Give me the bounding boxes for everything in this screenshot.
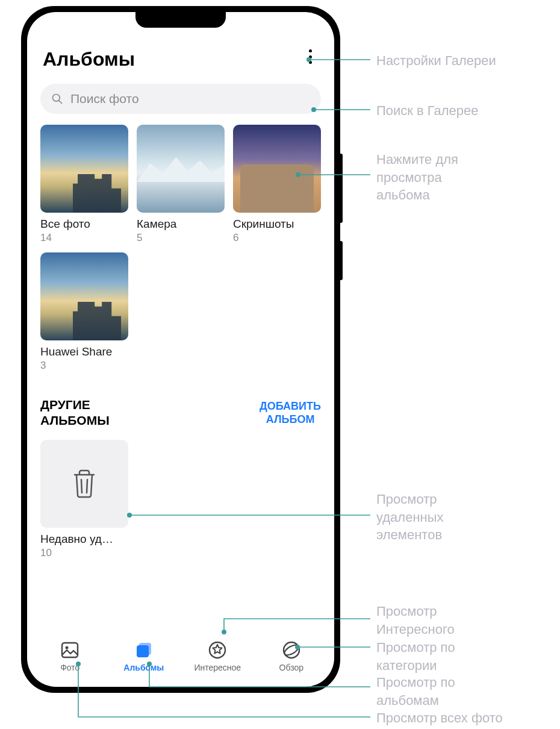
- search-placeholder: Поиск фото: [70, 92, 139, 106]
- callout-settings: Настройки Галереи: [376, 52, 496, 70]
- moments-icon: [207, 640, 228, 660]
- volume-button: [339, 154, 343, 223]
- power-button: [339, 241, 343, 280]
- bottom-nav: Фото Альбомы Интересное: [27, 634, 334, 687]
- album-count: 10: [40, 547, 128, 559]
- svg-line-1: [59, 101, 62, 104]
- phone-screen: Альбомы Поиск фото Все фото 14: [27, 12, 334, 687]
- notch: [135, 12, 226, 28]
- album-thumbnail: [40, 125, 128, 213]
- album-count: 3: [40, 360, 128, 372]
- album-name: Скриншоты: [233, 217, 321, 231]
- album-count: 14: [40, 232, 128, 244]
- other-albums-header: ДРУГИЕ АЛЬБОМЫ ДОБАВИТЬ АЛЬБОМ: [40, 397, 321, 429]
- album-name: Huawei Share: [40, 345, 128, 358]
- search-input[interactable]: Поиск фото: [40, 84, 321, 114]
- discover-icon: [281, 640, 302, 660]
- nav-discover[interactable]: Обзор: [264, 640, 319, 672]
- callout-all-photos: Просмотр всех фото: [376, 709, 503, 727]
- svg-line-2: [81, 480, 82, 493]
- album-count: 6: [233, 232, 321, 244]
- nav-albums[interactable]: Альбомы: [117, 640, 171, 672]
- nav-moments[interactable]: Интересное: [190, 640, 244, 672]
- album-grid: Все фото 14 Камера 5 Скриншоты 6 Huawei …: [40, 125, 321, 372]
- album-thumbnail: [40, 252, 128, 340]
- photos-icon: [60, 640, 80, 660]
- album-name: Недавно уд…: [40, 533, 128, 546]
- svg-rect-7: [137, 645, 149, 657]
- nav-label: Обзор: [279, 663, 303, 672]
- album-name: Все фото: [40, 217, 128, 231]
- page-title: Альбомы: [43, 48, 135, 70]
- callout-by-albums: Просмотр по альбомам: [376, 674, 455, 709]
- album-thumbnail: [233, 125, 321, 213]
- album-item[interactable]: Камера 5: [137, 125, 225, 244]
- nav-label: Интересное: [194, 663, 241, 672]
- callout-trash: Просмотр удаленных элементов: [376, 490, 444, 544]
- nav-label: Фото: [60, 663, 79, 672]
- nav-label: Альбомы: [123, 663, 164, 672]
- album-name: Камера: [137, 217, 225, 231]
- header: Альбомы: [40, 37, 321, 84]
- svg-line-3: [87, 480, 87, 493]
- trash-icon: [71, 469, 98, 499]
- callout-album-tap: Нажмите для просмотра альбома: [376, 151, 458, 204]
- add-album-button[interactable]: ДОБАВИТЬ АЛЬБОМ: [260, 399, 321, 427]
- nav-photos[interactable]: Фото: [43, 640, 97, 672]
- callout-moments: Просмотр Интересного: [376, 602, 455, 638]
- callout-search: Поиск в Галерее: [376, 102, 479, 120]
- svg-point-5: [66, 646, 69, 649]
- svg-rect-4: [62, 643, 78, 657]
- more-menu-icon[interactable]: [302, 48, 319, 65]
- album-item[interactable]: Скриншоты 6: [233, 125, 321, 244]
- search-icon: [51, 93, 63, 105]
- callout-categories: Просмотр по категории: [376, 639, 455, 674]
- album-thumbnail: [137, 125, 225, 213]
- albums-icon: [134, 640, 154, 660]
- album-item[interactable]: Huawei Share 3: [40, 252, 128, 372]
- phone-frame: Альбомы Поиск фото Все фото 14: [21, 6, 340, 693]
- screen-content: Альбомы Поиск фото Все фото 14: [27, 12, 334, 634]
- other-albums-grid: Недавно уд… 10: [40, 440, 321, 559]
- recently-deleted-album[interactable]: Недавно уд… 10: [40, 440, 128, 559]
- album-item[interactable]: Все фото 14: [40, 125, 128, 244]
- album-count: 5: [137, 232, 225, 244]
- trash-thumbnail: [40, 440, 128, 528]
- other-albums-title: ДРУГИЕ АЛЬБОМЫ: [40, 397, 110, 429]
